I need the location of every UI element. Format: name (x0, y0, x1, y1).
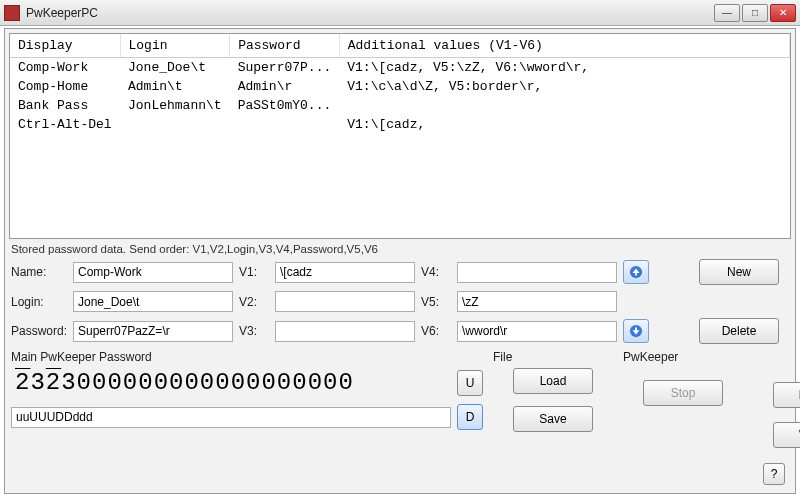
name-field[interactable] (73, 262, 233, 283)
cell-password: Admin\r (230, 77, 340, 96)
cell-additional: V1:\[cadz, V5:\zZ, V6:\wword\r, (339, 58, 789, 78)
label-name: Name: (11, 265, 67, 279)
arrow-down-icon (629, 324, 643, 338)
window-title: PwKeeperPC (26, 6, 714, 20)
v1-field[interactable] (275, 262, 415, 283)
label-v5: V5: (421, 295, 451, 309)
load-button[interactable]: Load (513, 368, 593, 394)
label-v3: V3: (239, 324, 269, 338)
cell-password: PaSSt0mY0... (230, 96, 340, 115)
file-label: File (493, 350, 613, 364)
label-v2: V2: (239, 295, 269, 309)
table-row[interactable]: Comp-HomeAdmin\tAdmin\rV1:\c\a\d\Z, V5:b… (10, 77, 790, 96)
pwkeeper-label: PwKeeper (623, 350, 743, 364)
cell-login: Admin\t (120, 77, 230, 96)
maximize-button[interactable]: □ (742, 4, 768, 22)
password-field[interactable] (73, 321, 233, 342)
cell-login: JonLehmann\t (120, 96, 230, 115)
read-button[interactable]: Read (773, 382, 800, 408)
stop-button: Stop (643, 380, 723, 406)
cell-display: Bank Pass (10, 96, 120, 115)
cell-additional: V1:\c\a\d\Z, V5:border\r, (339, 77, 789, 96)
cell-display: Comp-Home (10, 77, 120, 96)
v5-field[interactable] (457, 291, 617, 312)
password-table[interactable]: Display Login Password Additional values… (9, 33, 791, 239)
client-area: Display Login Password Additional values… (4, 28, 796, 494)
col-header-password[interactable]: Password (230, 34, 340, 58)
v2-field[interactable] (275, 291, 415, 312)
write-button[interactable]: Write (773, 422, 800, 448)
delete-button[interactable]: Delete (699, 318, 779, 344)
login-field[interactable] (73, 291, 233, 312)
new-button[interactable]: New (699, 259, 779, 285)
edit-form: Name: V1: V4: New Login: V2: V5: Passwor… (11, 259, 789, 344)
main-pw-input[interactable] (11, 407, 451, 428)
move-down-button[interactable] (623, 319, 649, 343)
main-pw-label: Main PwKeeper Password (11, 350, 483, 364)
main-pw-display: 2323000000000000000000 (11, 368, 451, 398)
col-header-login[interactable]: Login (120, 34, 230, 58)
col-header-additional[interactable]: Additional values (V1-V6) (339, 34, 789, 58)
send-order-hint: Stored password data. Send order: V1,V2,… (11, 243, 789, 255)
cell-login (120, 115, 230, 134)
label-login: Login: (11, 295, 67, 309)
minimize-button[interactable]: — (714, 4, 740, 22)
cell-additional: V1:\[cadz, (339, 115, 789, 134)
table-row[interactable]: Ctrl-Alt-DelV1:\[cadz, (10, 115, 790, 134)
app-icon (4, 5, 20, 21)
table-row[interactable]: Comp-WorkJone_Doe\tSuperr07P...V1:\[cadz… (10, 58, 790, 78)
pwkeeper-section: PwKeeper Stop (623, 350, 743, 448)
save-button[interactable]: Save (513, 406, 593, 432)
cell-additional (339, 96, 789, 115)
move-up-button[interactable] (623, 260, 649, 284)
label-v1: V1: (239, 265, 269, 279)
cell-display: Ctrl-Alt-Del (10, 115, 120, 134)
arrow-up-icon (629, 265, 643, 279)
title-bar: PwKeeperPC — □ ✕ (0, 0, 800, 26)
help-button[interactable]: ? (763, 463, 785, 485)
close-button[interactable]: ✕ (770, 4, 796, 22)
v6-field[interactable] (457, 321, 617, 342)
label-v6: V6: (421, 324, 451, 338)
u-button[interactable]: U (457, 370, 483, 396)
col-header-display[interactable]: Display (10, 34, 120, 58)
cell-display: Comp-Work (10, 58, 120, 78)
file-section: File Load Save (493, 350, 613, 448)
v4-field[interactable] (457, 262, 617, 283)
d-button[interactable]: D (457, 404, 483, 430)
cell-password: Superr07P... (230, 58, 340, 78)
main-password-section: Main PwKeeper Password 23230000000000000… (11, 350, 483, 448)
v3-field[interactable] (275, 321, 415, 342)
label-v4: V4: (421, 265, 451, 279)
cell-password (230, 115, 340, 134)
table-row[interactable]: Bank PassJonLehmann\tPaSSt0mY0... (10, 96, 790, 115)
cell-login: Jone_Doe\t (120, 58, 230, 78)
read-write-section: . Read Write (753, 350, 800, 448)
label-password: Password: (11, 324, 67, 338)
